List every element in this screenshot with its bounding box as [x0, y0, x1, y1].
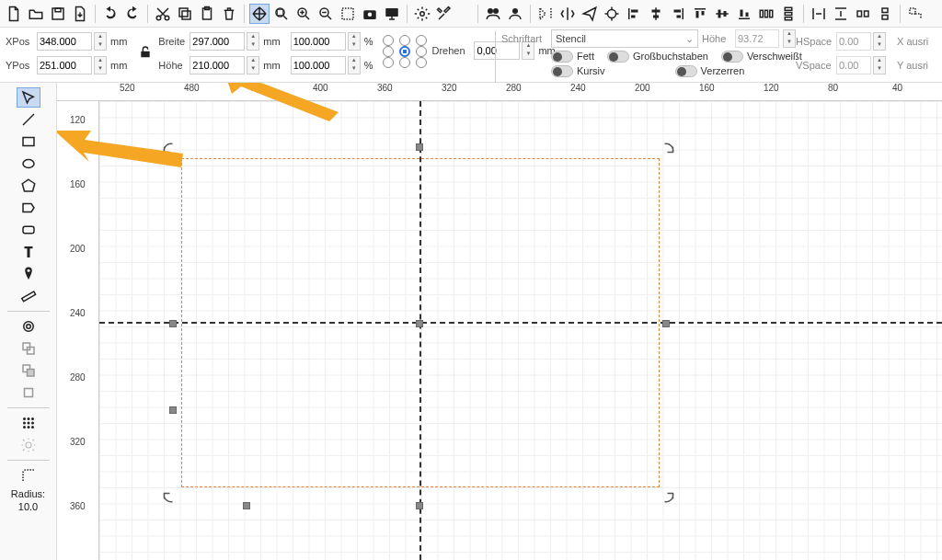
marker-tool[interactable] [17, 264, 40, 284]
align-left-icon[interactable] [624, 4, 644, 24]
align-top-icon[interactable] [690, 4, 710, 24]
hspace-input[interactable] [836, 32, 871, 51]
group-icon[interactable] [483, 4, 503, 24]
align-hcenter-icon[interactable] [646, 4, 666, 24]
mirror-icon[interactable] [557, 4, 578, 24]
save-icon[interactable] [48, 4, 68, 24]
delete-icon[interactable] [219, 4, 239, 24]
italic-switch[interactable]: Kursiv [551, 65, 605, 77]
zoom-out-icon[interactable] [316, 4, 336, 24]
height-spinner[interactable]: ▲▼ [247, 56, 259, 74]
xpos-spinner[interactable]: ▲▼ [94, 32, 107, 51]
height-input[interactable] [190, 56, 245, 74]
dist4-icon[interactable] [875, 4, 895, 24]
open-folder-icon[interactable] [26, 4, 46, 24]
svg-rect-60 [27, 370, 34, 377]
lock-aspect-icon[interactable] [137, 35, 154, 70]
height-pct-spinner[interactable]: ▲▼ [348, 56, 361, 74]
font-height-input[interactable] [735, 29, 779, 48]
rotate-handle-bl[interactable] [160, 489, 177, 506]
height-pct-input[interactable] [291, 56, 346, 74]
ellipse-tool[interactable] [17, 154, 40, 174]
vspace-spinner[interactable]: ▲▼ [873, 56, 886, 74]
handle-mid-right[interactable] [662, 320, 670, 327]
rounded-rect-tool[interactable] [17, 220, 40, 240]
ruler-tick-y: 120 [57, 115, 99, 125]
canvas[interactable]: 5204804404003603202802402001601208040 12… [57, 83, 942, 560]
line-tool[interactable] [17, 109, 40, 130]
width-input[interactable] [190, 32, 245, 51]
hspace-spinner[interactable]: ▲▼ [873, 32, 886, 51]
zoom-fit-icon[interactable] [271, 4, 292, 24]
distort-switch[interactable]: Verzerren [675, 65, 745, 77]
handle-mid-left[interactable] [169, 320, 177, 327]
welded-switch[interactable]: Verschweißt [721, 51, 802, 63]
dist2-icon[interactable] [831, 4, 851, 24]
target-icon[interactable] [602, 4, 622, 24]
pan-icon[interactable] [249, 4, 270, 24]
handle-center[interactable] [416, 320, 423, 327]
font-height-spinner[interactable]: ▲▼ [783, 29, 796, 48]
handle-mid-top[interactable] [416, 143, 423, 151]
text-tool[interactable] [17, 242, 40, 262]
group1-icon[interactable] [17, 338, 40, 359]
monitor-icon[interactable] [382, 4, 402, 24]
undo-icon[interactable] [100, 4, 121, 24]
width-pct-spinner[interactable]: ▲▼ [348, 32, 361, 51]
new-file-icon[interactable] [4, 4, 24, 24]
select-area-icon[interactable] [338, 4, 358, 24]
dist3-icon[interactable] [853, 4, 873, 24]
vspace-input[interactable] [836, 56, 871, 74]
uppercase-switch[interactable]: Großbuchstaben [607, 51, 708, 63]
svg-rect-26 [653, 15, 659, 17]
distribute-h-icon[interactable] [756, 4, 776, 24]
redo-icon[interactable] [122, 4, 143, 24]
svg-rect-27 [683, 8, 684, 19]
tools-icon[interactable] [434, 4, 454, 24]
select-tool[interactable] [17, 87, 40, 108]
handle-mid-bottom[interactable] [416, 502, 423, 509]
group3-icon[interactable] [17, 383, 40, 403]
export-icon[interactable] [70, 4, 90, 24]
vspace-label: VSpace [796, 60, 834, 71]
handle-ext-bl[interactable] [243, 502, 250, 509]
align-vcenter-icon[interactable] [712, 4, 732, 24]
cut-icon[interactable] [153, 4, 173, 24]
align-right-icon[interactable] [668, 4, 688, 24]
flip-h-icon[interactable] [535, 4, 556, 24]
copy-icon[interactable] [175, 4, 195, 24]
settings-icon[interactable] [412, 4, 432, 24]
ypos-spinner[interactable]: ▲▼ [94, 56, 107, 74]
distribute-v-icon[interactable] [778, 4, 798, 24]
dist1-icon[interactable] [809, 4, 829, 24]
gear-small-icon[interactable] [17, 435, 40, 455]
send-icon[interactable] [580, 4, 600, 24]
align-bottom-icon[interactable] [734, 4, 754, 24]
rotate-handle-br[interactable] [661, 489, 677, 506]
xpos-input[interactable] [37, 32, 92, 51]
corner-radius-tool[interactable] [17, 465, 40, 486]
bold-switch[interactable]: Fett [551, 51, 594, 63]
screenshot-icon[interactable] [360, 4, 380, 24]
corner-icon[interactable] [905, 4, 925, 24]
handle-ext-tl[interactable] [169, 406, 177, 414]
grid-tool[interactable] [17, 413, 40, 433]
ring-tool[interactable] [17, 316, 40, 337]
svg-rect-31 [696, 11, 699, 18]
rectangle-tool[interactable] [17, 131, 40, 152]
width-pct-input[interactable] [291, 32, 346, 51]
group2-icon[interactable] [17, 360, 40, 381]
zoom-in-icon[interactable] [293, 4, 314, 24]
user-icon[interactable] [505, 4, 525, 24]
polygon-tool[interactable] [17, 176, 40, 196]
paste-icon[interactable] [197, 4, 217, 24]
ypos-input[interactable] [37, 56, 92, 74]
xalign-label: X ausri [897, 36, 928, 47]
width-spinner[interactable]: ▲▼ [247, 32, 259, 51]
rotate-handle-tr[interactable] [661, 140, 677, 156]
svg-point-53 [27, 269, 29, 272]
anchor-selector[interactable] [383, 35, 427, 68]
font-select[interactable]: Stencil ⌄ [551, 29, 698, 48]
path-tool[interactable] [17, 198, 40, 218]
measure-tool[interactable] [17, 286, 40, 306]
